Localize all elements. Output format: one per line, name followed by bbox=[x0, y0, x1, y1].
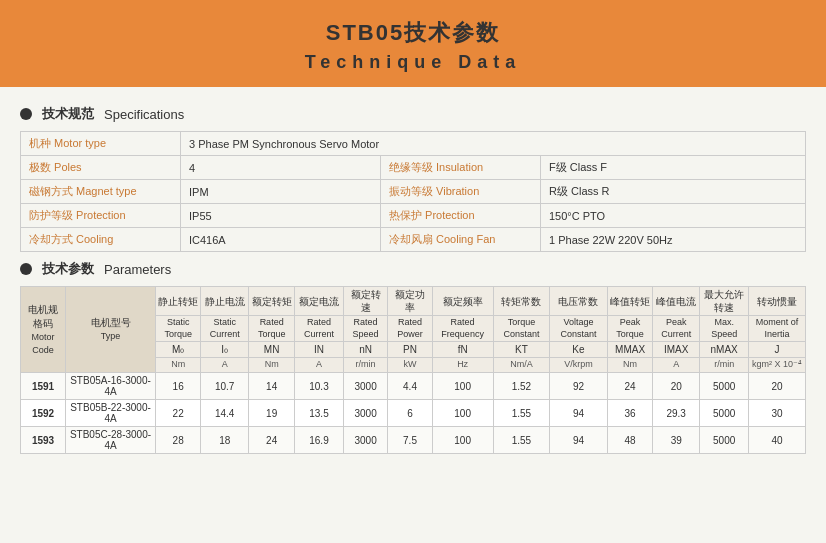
specs-title-en: Specifications bbox=[104, 107, 184, 122]
col-header-sym-6: fN bbox=[432, 342, 493, 358]
params-title-en: Parameters bbox=[104, 262, 171, 277]
data-cell-1-1: 14.4 bbox=[201, 400, 249, 427]
motor-code-cn: 电机规格码 bbox=[24, 303, 62, 331]
spec-value2: R级 Class R bbox=[541, 180, 806, 204]
spec-label: 极数 Poles bbox=[21, 156, 181, 180]
col-header-unit-8: V/krpm bbox=[550, 358, 608, 373]
params-section-header: 技术参数 Parameters bbox=[20, 260, 806, 278]
motor-type-cell: STB05B-22-3000-4A bbox=[66, 400, 156, 427]
data-cell-0-11: 5000 bbox=[700, 373, 749, 400]
page-header: STB05技术参数 Technique Data bbox=[0, 0, 826, 87]
col-header-cn-7: 转矩常数 bbox=[493, 287, 549, 316]
col-header-sym-9: MMAX bbox=[607, 342, 652, 358]
col-header-cn-11: 最大允许转速 bbox=[700, 287, 749, 316]
data-cell-1-2: 19 bbox=[249, 400, 295, 427]
motor-code-cell: 1591 bbox=[21, 373, 66, 400]
table-row: 1592STB05B-22-3000-4A2214.41913.53000610… bbox=[21, 400, 806, 427]
data-cell-0-3: 10.3 bbox=[295, 373, 344, 400]
data-cell-0-1: 10.7 bbox=[201, 373, 249, 400]
bullet-icon-2 bbox=[20, 263, 32, 275]
col-header-en-2: Rated Torque bbox=[249, 316, 295, 342]
data-cell-2-10: 39 bbox=[653, 427, 700, 454]
col-header-sym-3: IN bbox=[295, 342, 344, 358]
data-cell-2-2: 24 bbox=[249, 427, 295, 454]
col-header-sym-5: PN bbox=[388, 342, 432, 358]
col-header-sym-1: I₀ bbox=[201, 342, 249, 358]
data-cell-0-8: 92 bbox=[550, 373, 608, 400]
spec-value: IC416A bbox=[181, 228, 381, 252]
data-cell-1-6: 100 bbox=[432, 400, 493, 427]
type-header: 电机型号Type bbox=[66, 287, 156, 373]
motor-code-cell: 1592 bbox=[21, 400, 66, 427]
data-cell-2-4: 3000 bbox=[343, 427, 388, 454]
specs-title-cn: 技术规范 bbox=[42, 105, 94, 123]
data-cell-2-6: 100 bbox=[432, 427, 493, 454]
data-cell-0-9: 24 bbox=[607, 373, 652, 400]
col-header-unit-3: A bbox=[295, 358, 344, 373]
title-chinese: STB05技术参数 bbox=[0, 18, 826, 48]
data-cell-1-12: 30 bbox=[749, 400, 806, 427]
bullet-icon bbox=[20, 108, 32, 120]
data-cell-2-5: 7.5 bbox=[388, 427, 432, 454]
spec-value: 3 Phase PM Synchronous Servo Motor bbox=[181, 132, 806, 156]
col-header-cn-1: 静止电流 bbox=[201, 287, 249, 316]
type-en: Type bbox=[69, 330, 152, 343]
col-header-en-4: Rated Speed bbox=[343, 316, 388, 342]
data-cell-0-5: 4.4 bbox=[388, 373, 432, 400]
col-header-en-6: Rated Frequency bbox=[432, 316, 493, 342]
col-header-cn-12: 转动惯量 bbox=[749, 287, 806, 316]
params-section: 技术参数 Parameters 电机规格码Motor Code电机型号Type静… bbox=[20, 260, 806, 454]
col-header-en-12: Moment of Inertia bbox=[749, 316, 806, 342]
col-header-unit-5: kW bbox=[388, 358, 432, 373]
data-cell-0-0: 16 bbox=[156, 373, 201, 400]
table-row: 1593STB05C-28-3000-4A28182416.930007.510… bbox=[21, 427, 806, 454]
data-cell-1-9: 36 bbox=[607, 400, 652, 427]
motor-code-header: 电机规格码Motor Code bbox=[21, 287, 66, 373]
col-header-unit-0: Nm bbox=[156, 358, 201, 373]
col-header-unit-2: Nm bbox=[249, 358, 295, 373]
col-header-en-3: Rated Current bbox=[295, 316, 344, 342]
spec-label2: 热保护 Protection bbox=[381, 204, 541, 228]
data-cell-1-5: 6 bbox=[388, 400, 432, 427]
col-header-cn-0: 静止转矩 bbox=[156, 287, 201, 316]
col-header-unit-6: Hz bbox=[432, 358, 493, 373]
col-header-en-10: Peak Current bbox=[653, 316, 700, 342]
col-header-unit-11: r/min bbox=[700, 358, 749, 373]
data-cell-2-3: 16.9 bbox=[295, 427, 344, 454]
data-table: 电机规格码Motor Code电机型号Type静止转矩静止电流额定转矩额定电流额… bbox=[20, 286, 806, 454]
motor-code-en: Motor Code bbox=[24, 331, 62, 356]
col-header-en-0: Static Torque bbox=[156, 316, 201, 342]
spec-value2: 1 Phase 22W 220V 50Hz bbox=[541, 228, 806, 252]
data-cell-0-7: 1.52 bbox=[493, 373, 549, 400]
col-header-en-11: Max. Speed bbox=[700, 316, 749, 342]
col-header-cn-5: 额定功率 bbox=[388, 287, 432, 316]
table-row: 1591STB05A-16-3000-4A1610.71410.330004.4… bbox=[21, 373, 806, 400]
data-cell-2-11: 5000 bbox=[700, 427, 749, 454]
col-header-sym-10: IMAX bbox=[653, 342, 700, 358]
specs-table: 机种 Motor type 3 Phase PM Synchronous Ser… bbox=[20, 131, 806, 252]
col-header-en-8: Voltage Constant bbox=[550, 316, 608, 342]
data-cell-2-1: 18 bbox=[201, 427, 249, 454]
motor-type-cell: STB05C-28-3000-4A bbox=[66, 427, 156, 454]
col-header-sym-0: M₀ bbox=[156, 342, 201, 358]
params-title-cn: 技术参数 bbox=[42, 260, 94, 278]
col-header-cn-4: 额定转速 bbox=[343, 287, 388, 316]
col-header-cn-3: 额定电流 bbox=[295, 287, 344, 316]
data-cell-2-12: 40 bbox=[749, 427, 806, 454]
spec-label: 磁钢方式 Magnet type bbox=[21, 180, 181, 204]
col-header-cn-6: 额定频率 bbox=[432, 287, 493, 316]
spec-label: 冷却方式 Cooling bbox=[21, 228, 181, 252]
data-cell-1-7: 1.55 bbox=[493, 400, 549, 427]
col-header-cn-8: 电压常数 bbox=[550, 287, 608, 316]
col-header-cn-10: 峰值电流 bbox=[653, 287, 700, 316]
spec-value2: 150°C PTO bbox=[541, 204, 806, 228]
col-header-unit-9: Nm bbox=[607, 358, 652, 373]
data-cell-1-0: 22 bbox=[156, 400, 201, 427]
data-cell-1-8: 94 bbox=[550, 400, 608, 427]
col-header-en-7: Torque Constant bbox=[493, 316, 549, 342]
data-cell-1-4: 3000 bbox=[343, 400, 388, 427]
data-cell-2-0: 28 bbox=[156, 427, 201, 454]
type-cn: 电机型号 bbox=[69, 316, 152, 330]
spec-label: 防护等级 Protection bbox=[21, 204, 181, 228]
spec-value: 4 bbox=[181, 156, 381, 180]
